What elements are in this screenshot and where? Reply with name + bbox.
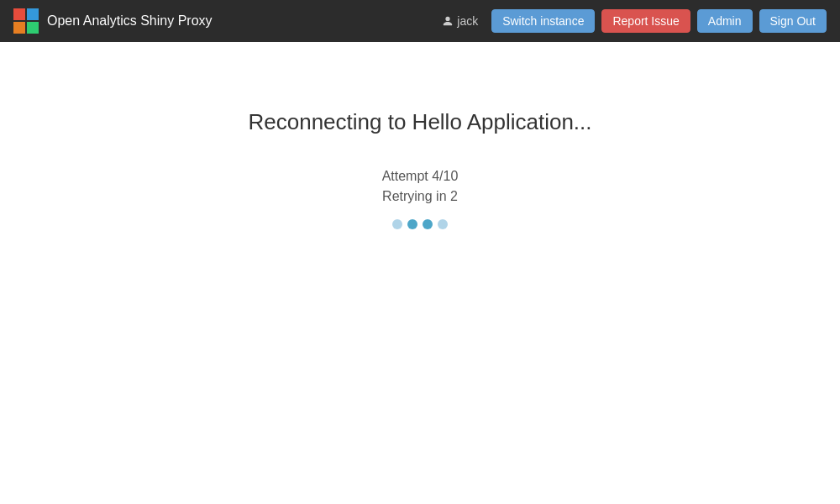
user-icon [442, 15, 454, 27]
reconnect-title: Reconnecting to Hello Application... [248, 109, 591, 135]
navbar-right: jack Switch instance Report Issue Admin … [442, 9, 827, 33]
report-issue-button[interactable]: Report Issue [601, 9, 690, 33]
navbar: Open Analytics Shiny Proxy jack Switch i… [0, 0, 840, 42]
retrying-text: Retrying in 2 [382, 189, 458, 204]
sign-out-button[interactable]: Sign Out [759, 9, 827, 33]
username: jack [457, 14, 478, 28]
dot-4 [438, 219, 448, 229]
loading-dots [392, 219, 448, 229]
dot-2 [407, 219, 417, 229]
svg-rect-2 [13, 22, 25, 34]
attempt-text: Attempt 4/10 [382, 169, 459, 184]
svg-rect-3 [27, 22, 39, 34]
dot-3 [423, 219, 433, 229]
brand: Open Analytics Shiny Proxy [13, 8, 213, 34]
logo-icon [13, 8, 39, 34]
svg-rect-0 [13, 8, 25, 20]
admin-button[interactable]: Admin [697, 9, 753, 33]
svg-rect-1 [27, 8, 39, 20]
switch-instance-button[interactable]: Switch instance [491, 9, 595, 33]
dot-1 [392, 219, 402, 229]
app-title: Open Analytics Shiny Proxy [47, 13, 213, 29]
main-content: Reconnecting to Hello Application... Att… [0, 42, 840, 504]
user-info: jack [442, 14, 478, 28]
